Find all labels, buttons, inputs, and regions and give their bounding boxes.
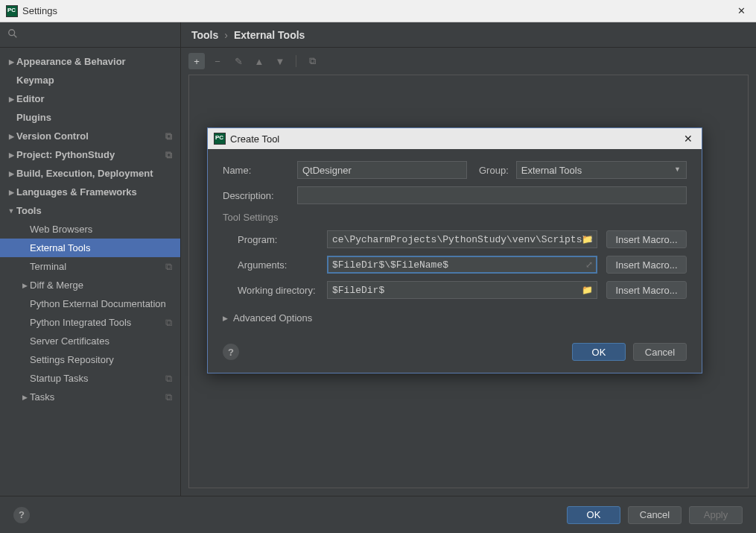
sidebar-item-label: Server Certificates (30, 335, 180, 347)
description-label: Description: (223, 190, 297, 201)
sidebar-item[interactable]: Plugins (0, 108, 180, 127)
insert-macro-program-button[interactable]: Insert Macro... (606, 230, 687, 248)
sidebar-item-label: Editor (16, 93, 180, 104)
dialog-titlebar: Create Tool ✕ (208, 128, 702, 149)
advanced-options-toggle[interactable]: ▶ Advanced Options (223, 312, 687, 324)
search-box[interactable] (0, 22, 180, 48)
sidebar-item-label: Terminal (30, 261, 165, 272)
advanced-options-label: Advanced Options (233, 312, 312, 324)
sidebar-item-label: Build, Execution, Deployment (16, 168, 180, 179)
chevron-right-icon (6, 151, 16, 159)
edit-button[interactable]: ✎ (230, 53, 247, 69)
dialog-ok-button[interactable]: OK (572, 343, 626, 361)
sidebar-item[interactable]: Tools (0, 201, 180, 220)
sidebar-item-label: Web Browsers (30, 224, 180, 235)
cancel-button[interactable]: Cancel (628, 506, 682, 524)
search-input[interactable] (22, 29, 173, 40)
dialog-cancel-button[interactable]: Cancel (633, 343, 687, 361)
sidebar-item-label: Tools (16, 205, 180, 216)
breadcrumb: Tools › External Tools (181, 22, 756, 48)
sidebar-item-label: Settings Repository (30, 354, 180, 365)
sidebar-item-label: Version Control (16, 130, 165, 142)
help-icon[interactable]: ? (13, 507, 30, 523)
sidebar-item[interactable]: Languages & Frameworks (0, 183, 180, 201)
toolbar-separator (296, 55, 296, 67)
external-tools-canvas: Create Tool ✕ Name: Group: ▼ Descri (188, 75, 749, 488)
sidebar-item-label: Startup Tasks (30, 373, 165, 384)
sidebar-item-label: Python External Documentation (30, 298, 180, 309)
sidebar-item[interactable]: Python Integrated Tools⧉ (0, 313, 180, 332)
dialog-title: Create Tool (230, 133, 681, 145)
scope-icon: ⧉ (165, 130, 180, 142)
chevron-right-icon (6, 189, 16, 196)
sidebar-item[interactable]: Editor (0, 89, 180, 108)
pycharm-icon (6, 5, 18, 17)
group-select[interactable] (516, 161, 687, 179)
external-tools-toolbar: +−✎▲▼⧉ (181, 48, 756, 75)
chevron-right-icon: ▶ (223, 315, 233, 322)
sidebar-item-label: Plugins (16, 112, 180, 123)
settings-footer: ? OK Cancel Apply (0, 496, 756, 533)
sidebar-item[interactable]: Appearance & Behavior (0, 52, 180, 71)
chevron-right-icon (19, 394, 30, 401)
copy-button[interactable]: ⧉ (304, 53, 320, 69)
svg-point-0 (9, 30, 15, 36)
scope-icon: ⧉ (165, 391, 180, 403)
program-input[interactable] (327, 230, 597, 248)
add-button[interactable]: + (188, 53, 205, 69)
tool-settings-label: Tool Settings (223, 212, 687, 223)
sidebar-item[interactable]: Tasks⧉ (0, 388, 180, 406)
sidebar-item-label: Tasks (30, 391, 165, 403)
group-label: Group: (479, 165, 509, 176)
sidebar-item[interactable]: Server Certificates (0, 332, 180, 350)
chevron-right-icon (6, 133, 16, 140)
pycharm-icon (214, 133, 226, 145)
move-up-button[interactable]: ▲ (251, 53, 267, 69)
sidebar-item-label: Languages & Frameworks (16, 186, 180, 198)
apply-button[interactable]: Apply (689, 506, 743, 524)
sidebar-item-label: Python Integrated Tools (30, 317, 165, 328)
create-tool-dialog: Create Tool ✕ Name: Group: ▼ Descri (207, 127, 702, 373)
sidebar-item[interactable]: Build, Execution, Deployment (0, 164, 180, 183)
sidebar-item[interactable]: External Tools (0, 239, 180, 257)
chevron-down-icon (6, 207, 16, 215)
insert-macro-arguments-button[interactable]: Insert Macro... (606, 256, 687, 274)
sidebar-item[interactable]: Project: PythonStudy⧉ (0, 145, 180, 164)
close-icon[interactable]: ✕ (732, 5, 750, 16)
working-dir-input[interactable] (327, 281, 597, 299)
remove-button[interactable]: − (209, 53, 226, 69)
chevron-right-icon (6, 58, 16, 66)
breadcrumb-leaf: External Tools (234, 29, 305, 41)
sidebar-item[interactable]: Keymap (0, 71, 180, 89)
search-icon (7, 28, 22, 41)
arguments-label: Arguments: (223, 259, 327, 271)
move-down-button[interactable]: ▼ (272, 53, 288, 69)
insert-macro-workingdir-button[interactable]: Insert Macro... (606, 281, 687, 299)
description-input[interactable] (297, 186, 687, 204)
settings-sidebar: Appearance & BehaviorKeymapEditorPlugins… (0, 22, 181, 496)
ok-button[interactable]: OK (567, 506, 620, 524)
scope-icon: ⧉ (165, 149, 180, 161)
sidebar-item[interactable]: Python External Documentation (0, 294, 180, 313)
sidebar-item[interactable]: Diff & Merge (0, 276, 180, 294)
arguments-input[interactable] (327, 256, 597, 274)
breadcrumb-root: Tools (191, 29, 218, 41)
name-input[interactable] (297, 161, 467, 179)
chevron-right-icon (6, 95, 16, 103)
sidebar-item[interactable]: Web Browsers (0, 220, 180, 239)
sidebar-item[interactable]: Version Control⧉ (0, 127, 180, 145)
sidebar-item-label: External Tools (30, 242, 180, 253)
program-label: Program: (223, 234, 327, 245)
scope-icon: ⧉ (165, 261, 180, 273)
svg-line-1 (14, 35, 17, 38)
chevron-right-icon (6, 170, 16, 177)
working-dir-label: Working directory: (223, 285, 327, 296)
sidebar-item-label: Keymap (16, 75, 180, 86)
sidebar-item[interactable]: Startup Tasks⧉ (0, 369, 180, 388)
help-icon[interactable]: ? (223, 344, 239, 360)
sidebar-item-label: Diff & Merge (30, 280, 180, 291)
sidebar-item[interactable]: Terminal⧉ (0, 257, 180, 276)
sidebar-item[interactable]: Settings Repository (0, 350, 180, 369)
dialog-close-icon[interactable]: ✕ (681, 133, 696, 145)
settings-content: Tools › External Tools +−✎▲▼⧉ Create Too… (181, 22, 756, 496)
